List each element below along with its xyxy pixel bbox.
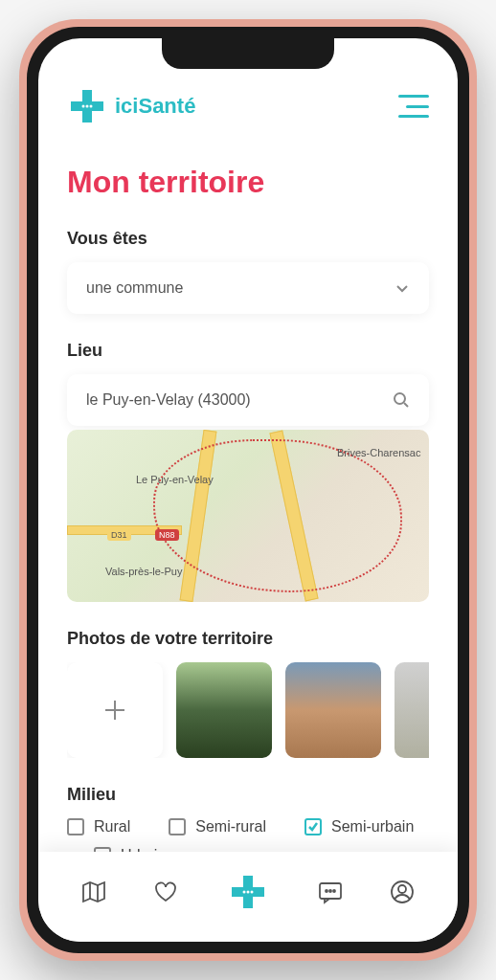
map-label-city2: Brives-Charensac [337, 447, 420, 458]
checkbox-box [169, 818, 186, 835]
nav-profile[interactable] [389, 879, 416, 905]
vous-etes-section: Vous êtes une commune [67, 229, 429, 314]
svg-point-11 [250, 891, 253, 894]
territory-photo-2[interactable] [285, 662, 381, 758]
checkbox-box [67, 818, 84, 835]
svg-point-9 [242, 891, 245, 894]
phone-bezel: iciSanté Mon territoire Vous êtes une co… [27, 27, 469, 953]
lieu-section: Lieu le Puy-en-Velay (43000) Le Puy [67, 341, 429, 602]
milieu-section: Milieu Rural Semi-rural [67, 785, 429, 852]
checkbox-label: Semi-rural [195, 818, 266, 835]
map-label-city1: Le Puy-en-Velay [136, 474, 214, 485]
vous-etes-label: Vous êtes [67, 229, 429, 249]
phone-notch [162, 38, 334, 69]
svg-point-2 [90, 105, 93, 108]
svg-point-17 [398, 885, 406, 893]
vous-etes-value: une commune [86, 279, 183, 297]
photos-row [67, 662, 429, 758]
map-icon [80, 879, 107, 905]
milieu-checkboxes: Rural Semi-rural Semi-urba [67, 818, 429, 852]
territory-photo-3[interactable] [395, 662, 429, 758]
territory-photo-1[interactable] [176, 662, 272, 758]
svg-point-15 [333, 890, 335, 892]
lieu-label: Lieu [67, 341, 429, 361]
checkbox-box [304, 818, 322, 835]
map-label-road1: D31 [107, 529, 131, 541]
add-photo-button[interactable] [67, 662, 163, 758]
photos-label: Photos de votre territoire [67, 629, 429, 649]
vous-etes-select[interactable]: une commune [67, 262, 429, 314]
svg-line-4 [404, 403, 408, 407]
checkbox-label: Semi-urbain [331, 818, 414, 835]
svg-point-0 [82, 105, 85, 108]
user-icon [389, 879, 416, 905]
phone-frame: iciSanté Mon territoire Vous êtes une co… [19, 19, 477, 961]
map-label-road2: N88 [155, 529, 179, 541]
checkbox-rural[interactable]: Rural [67, 818, 130, 835]
nav-messages[interactable] [317, 879, 344, 905]
menu-button[interactable] [398, 95, 429, 118]
screen: iciSanté Mon territoire Vous êtes une co… [38, 38, 458, 942]
nav-favorites[interactable] [152, 879, 179, 905]
checkbox-semi-urbain[interactable]: Semi-urbain [304, 818, 414, 835]
lieu-search-input[interactable]: le Puy-en-Velay (43000) [67, 374, 429, 426]
svg-point-14 [329, 890, 331, 892]
plus-icon [101, 697, 128, 724]
svg-point-3 [395, 393, 405, 404]
page-title: Mon territoire [67, 165, 429, 200]
logo-text: iciSanté [115, 94, 195, 119]
svg-point-10 [246, 891, 249, 894]
app-logo[interactable]: iciSanté [67, 86, 195, 126]
logo-icon [67, 86, 107, 126]
map-label-city3: Vals-près-le-Puy [105, 566, 183, 577]
milieu-label: Milieu [67, 785, 429, 805]
logo-cross-icon [227, 871, 269, 913]
svg-point-13 [326, 890, 327, 892]
photos-section: Photos de votre territoire [67, 629, 429, 758]
svg-point-1 [86, 105, 89, 108]
bottom-nav [38, 852, 458, 942]
chevron-down-icon [395, 280, 410, 296]
nav-map[interactable] [80, 879, 107, 905]
search-icon [393, 391, 410, 409]
heart-icon [152, 879, 179, 905]
lieu-value: le Puy-en-Velay (43000) [86, 391, 251, 409]
chat-icon [317, 879, 344, 905]
nav-home[interactable] [225, 869, 271, 915]
checkbox-semi-rural[interactable]: Semi-rural [169, 818, 266, 835]
content-scroll[interactable]: Mon territoire Vous êtes une commune Lie… [38, 145, 458, 852]
checkbox-label: Rural [94, 818, 130, 835]
map-preview[interactable]: Le Puy-en-Velay Brives-Charensac Vals-pr… [67, 430, 429, 602]
